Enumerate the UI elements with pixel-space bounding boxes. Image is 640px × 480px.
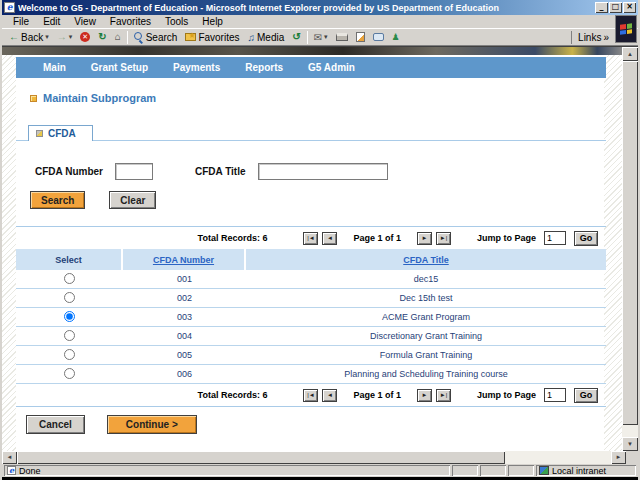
- scroll-right-icon[interactable]: ►: [611, 451, 626, 464]
- header-cfda-number-sort-link[interactable]: CFDA Number: [153, 255, 214, 265]
- vertical-scrollbar[interactable]: ▲ ▼: [622, 47, 638, 451]
- row-cfda-number: 001: [123, 274, 246, 284]
- forward-dropdown-icon[interactable]: ▾: [69, 33, 73, 41]
- media-button[interactable]: ♫ Media: [244, 32, 289, 43]
- cfda-number-label: CFDA Number: [35, 166, 103, 177]
- home-button[interactable]: ⌂: [111, 32, 125, 42]
- print-button[interactable]: [332, 33, 352, 41]
- status-pane: [508, 465, 534, 476]
- table-row: 006 Planning and Scheduling Training cou…: [16, 365, 606, 384]
- close-button[interactable]: ×: [623, 2, 636, 13]
- refresh-button[interactable]: ↻: [94, 32, 110, 42]
- favorites-button[interactable]: ★ Favorites: [181, 32, 243, 43]
- header-cfda-title-sort-link[interactable]: CFDA Title: [403, 255, 449, 265]
- menu-help[interactable]: Help: [195, 16, 230, 27]
- total-records-label: Total Records: 6: [198, 390, 268, 400]
- next-page-button[interactable]: ►: [417, 389, 432, 402]
- row-radio[interactable]: [64, 292, 75, 303]
- stop-button[interactable]: ✕: [76, 32, 94, 42]
- links-chevron-icon[interactable]: »: [603, 32, 609, 43]
- next-page-button[interactable]: ►: [417, 232, 432, 245]
- menu-file[interactable]: File: [6, 16, 36, 27]
- row-cfda-title: dec15: [246, 274, 606, 284]
- page-viewport: Main Grant Setup Payments Reports G5 Adm…: [2, 46, 638, 451]
- status-pane: [452, 465, 478, 476]
- menu-favorites[interactable]: Favorites: [103, 16, 158, 27]
- status-pane: [480, 465, 506, 476]
- menu-view[interactable]: View: [67, 16, 103, 27]
- nav-item-payments[interactable]: Payments: [173, 62, 220, 73]
- mail-icon: ✉: [314, 32, 322, 43]
- menu-tools[interactable]: Tools: [158, 16, 195, 27]
- nav-item-g5-admin[interactable]: G5 Admin: [308, 62, 355, 73]
- window-title: Welcome to G5 - Department of Education …: [18, 3, 594, 13]
- row-radio[interactable]: [64, 368, 75, 379]
- scroll-left-icon[interactable]: ◄: [2, 451, 17, 464]
- right-margin-stripes: [604, 55, 622, 451]
- history-icon: ↺: [292, 32, 300, 42]
- horizontal-scrollbar[interactable]: ◄ ►: [2, 451, 638, 464]
- row-radio[interactable]: [64, 311, 75, 322]
- discuss-icon: [373, 33, 384, 41]
- status-bar: e Done Local intranet: [2, 464, 638, 477]
- first-page-button[interactable]: |◄: [303, 389, 318, 402]
- row-radio[interactable]: [64, 330, 75, 341]
- scroll-up-icon[interactable]: ▲: [622, 47, 638, 61]
- jump-to-page-input[interactable]: [544, 388, 566, 402]
- home-icon: ⌂: [115, 32, 121, 42]
- toolbar-separator: [307, 31, 308, 44]
- row-cfda-title: Formula Grant Training: [246, 350, 606, 360]
- discuss-button[interactable]: [369, 33, 388, 41]
- search-button[interactable]: Search: [130, 32, 182, 43]
- row-radio[interactable]: [64, 349, 75, 360]
- minimize-button[interactable]: _: [595, 2, 608, 13]
- continue-button[interactable]: Continue >: [107, 415, 197, 434]
- mail-button[interactable]: ✉▾: [310, 32, 332, 43]
- header-select: Select: [16, 249, 123, 270]
- prev-page-button[interactable]: ◄: [322, 232, 337, 245]
- cfda-number-input[interactable]: [115, 163, 153, 180]
- scrollbar-corner: [626, 451, 638, 464]
- row-cfda-title: Discretionary Grant Training: [246, 331, 606, 341]
- history-button[interactable]: ↺: [288, 32, 304, 42]
- last-page-button[interactable]: ►|: [436, 232, 451, 245]
- search-submit-button[interactable]: Search: [30, 191, 85, 209]
- vertical-scroll-thumb[interactable]: [622, 61, 638, 425]
- cancel-button[interactable]: Cancel: [26, 415, 85, 434]
- go-button[interactable]: Go: [574, 388, 598, 403]
- tab-underline: [16, 140, 606, 141]
- tab-icon: [36, 130, 43, 137]
- pagination-bottom: Total Records: 6 |◄ ◄ Page 1 of 1 ► ►| J…: [16, 384, 606, 406]
- table-row: 003 ACME Grant Program: [16, 308, 606, 327]
- nav-item-reports[interactable]: Reports: [245, 62, 283, 73]
- back-button[interactable]: ← Back ▾: [5, 32, 53, 43]
- scroll-down-icon[interactable]: ▼: [622, 437, 638, 451]
- row-cfda-number: 006: [123, 369, 246, 379]
- nav-item-main[interactable]: Main: [43, 62, 66, 73]
- page-heading: Maintain Subprogram: [30, 92, 606, 104]
- messenger-button[interactable]: ♟: [388, 32, 404, 42]
- back-dropdown-icon[interactable]: ▾: [45, 33, 49, 41]
- forward-button[interactable]: → ▾: [53, 32, 77, 42]
- row-cfda-title: ACME Grant Program: [246, 312, 606, 322]
- last-page-button[interactable]: ►|: [436, 389, 451, 402]
- prev-page-button[interactable]: ◄: [322, 389, 337, 402]
- jump-to-page-input[interactable]: [544, 231, 566, 245]
- edit-button[interactable]: [352, 32, 369, 42]
- row-cfda-title: Planning and Scheduling Training course: [246, 369, 606, 379]
- clear-button[interactable]: Clear: [109, 191, 156, 209]
- menu-edit[interactable]: Edit: [36, 16, 67, 27]
- first-page-button[interactable]: |◄: [303, 232, 318, 245]
- stop-icon: ✕: [80, 32, 90, 42]
- row-cfda-number: 005: [123, 350, 246, 360]
- cfda-title-input[interactable]: [258, 163, 388, 180]
- tab-cfda[interactable]: CFDA: [28, 125, 93, 141]
- row-radio[interactable]: [64, 273, 75, 284]
- nav-item-grant-setup[interactable]: Grant Setup: [91, 62, 148, 73]
- total-records-label: Total Records: 6: [198, 233, 268, 243]
- table-row: 001 dec15: [16, 270, 606, 289]
- horizontal-scroll-thumb[interactable]: [17, 451, 505, 464]
- go-button[interactable]: Go: [574, 231, 598, 246]
- browser-window: e Welcome to G5 - Department of Educatio…: [0, 0, 640, 480]
- restore-button[interactable]: □: [609, 2, 622, 13]
